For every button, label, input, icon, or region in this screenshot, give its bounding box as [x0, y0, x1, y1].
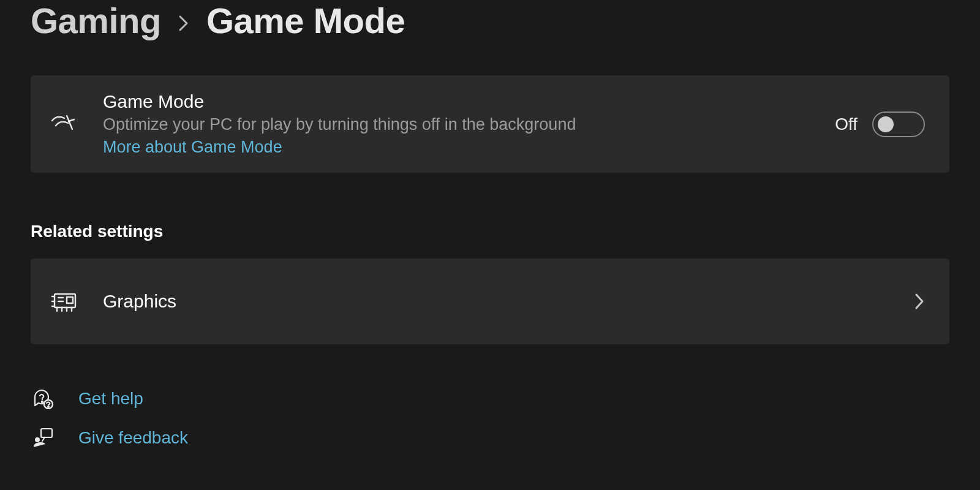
footer-links: Get help Give feedback [31, 387, 949, 450]
game-mode-card: Game Mode Optimize your PC for play by t… [31, 75, 949, 173]
chevron-right-icon [178, 15, 189, 32]
game-mode-toggle[interactable] [872, 111, 925, 137]
toggle-knob [878, 116, 894, 132]
game-mode-description: Optimize your PC for play by turning thi… [103, 113, 812, 135]
game-mode-icon [49, 112, 80, 137]
get-help-link[interactable]: Get help [31, 387, 949, 410]
svg-rect-3 [67, 297, 73, 303]
related-settings-heading: Related settings [31, 222, 949, 241]
breadcrumb: Gaming Game Mode [31, 0, 949, 41]
breadcrumb-current: Game Mode [206, 0, 405, 41]
give-feedback-link[interactable]: Give feedback [31, 426, 949, 450]
svg-rect-15 [41, 429, 52, 437]
feedback-icon [31, 426, 55, 450]
svg-point-14 [48, 406, 49, 407]
graphics-label: Graphics [103, 291, 891, 312]
game-mode-toggle-state: Off [835, 115, 858, 134]
svg-point-16 [35, 437, 40, 442]
graphics-nav-item[interactable]: Graphics [31, 258, 949, 344]
get-help-label: Get help [78, 389, 143, 409]
game-mode-title: Game Mode [103, 91, 812, 112]
breadcrumb-parent[interactable]: Gaming [31, 0, 161, 41]
chevron-right-icon [914, 292, 925, 311]
give-feedback-label: Give feedback [78, 428, 188, 448]
more-about-game-mode-link[interactable]: More about Game Mode [103, 138, 812, 157]
svg-point-11 [42, 401, 43, 402]
graphics-icon [49, 288, 80, 315]
help-icon [31, 387, 55, 410]
